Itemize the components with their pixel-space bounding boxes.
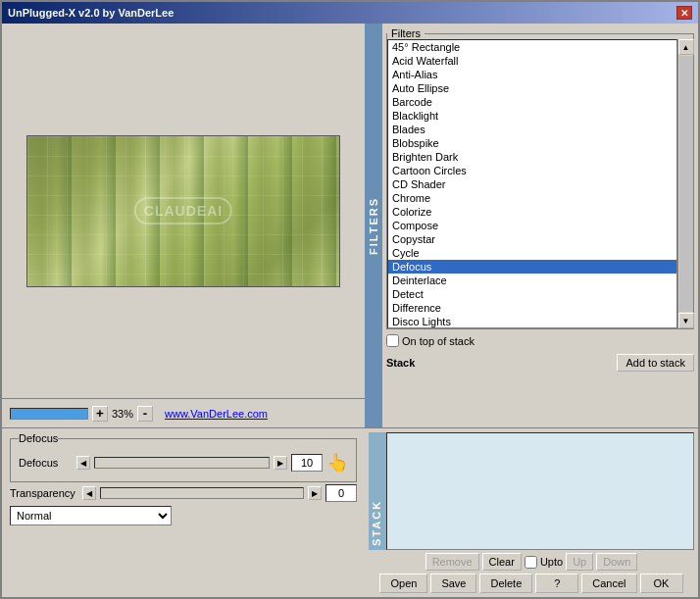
transparency-right-arrow[interactable]: ▶ <box>308 486 322 500</box>
defocus-group-legend: Defocus <box>19 432 58 444</box>
filter-item[interactable]: Difference <box>388 301 676 315</box>
cancel-button[interactable]: Cancel <box>581 574 636 593</box>
transparency-value[interactable]: 0 <box>325 484 357 502</box>
scroll-track <box>679 56 693 312</box>
close-button[interactable]: ✕ <box>676 6 692 20</box>
filter-item[interactable]: Acid Waterfall <box>388 54 676 68</box>
defocus-right-arrow[interactable]: ▶ <box>274 456 287 470</box>
transparency-left-arrow[interactable]: ◀ <box>82 486 96 500</box>
filter-item[interactable]: Copystar <box>388 232 676 246</box>
stack-label: Stack <box>386 357 415 369</box>
canvas-image: CLAUDEAI <box>26 135 340 287</box>
bottom-buttons-row: Open Save Delete ? Cancel OK <box>369 574 694 593</box>
scroll-down-button[interactable]: ▼ <box>678 313 694 328</box>
left-panel: CLAUDEAI + 33% - www.VanDerLee.com <box>2 24 365 427</box>
filter-item[interactable]: Detect <box>388 287 676 301</box>
ok-button[interactable]: OK <box>640 574 683 593</box>
on-top-checkbox[interactable] <box>386 334 399 347</box>
defocus-row: Defocus ◀ ▶ 10 👆 <box>19 452 348 474</box>
canvas-stripes <box>27 136 339 286</box>
scroll-up-button[interactable]: ▲ <box>678 39 694 55</box>
blend-mode-dropdown[interactable]: NormalDissolveMultiplyScreenOverlayDarke… <box>10 506 172 525</box>
zoom-slider[interactable] <box>10 408 88 420</box>
filters-list-container: 45° RectangleAcid WaterfallAnti-AliasAut… <box>387 39 693 328</box>
filter-item[interactable]: Colorize <box>388 205 676 219</box>
cursor-hand-icon: 👆 <box>326 452 348 474</box>
transparency-label: Transparency <box>10 487 78 499</box>
main-area: CLAUDEAI + 33% - www.VanDerLee.com FILTE… <box>2 24 698 427</box>
website-link[interactable]: www.VanDerLee.com <box>165 408 268 420</box>
zoom-percent: 33% <box>112 408 133 420</box>
right-panel: Filters 45° RectangleAcid WaterfallAnti-… <box>382 24 698 427</box>
clear-button[interactable]: Clear <box>482 553 522 571</box>
filter-item[interactable]: 45° Rectangle <box>388 40 676 54</box>
down-button[interactable]: Down <box>596 553 637 571</box>
zoom-plus-button[interactable]: + <box>92 406 108 422</box>
filter-item[interactable]: Cycle <box>388 246 676 260</box>
filter-item[interactable]: Blobspike <box>388 136 676 150</box>
filters-vertical-label: FILTERS <box>365 24 382 427</box>
stack-row: Stack Add to stack <box>386 352 694 374</box>
filter-item[interactable]: Barcode <box>388 95 676 109</box>
upto-checkbox[interactable] <box>525 556 537 569</box>
filter-item[interactable]: Blades <box>388 123 676 136</box>
stack-buttons-row: Remove Clear Upto Up Down <box>369 553 694 571</box>
stack-panel: STACK Remove Clear Upto Up Down Open Sav… <box>365 428 698 597</box>
remove-button[interactable]: Remove <box>425 553 479 571</box>
filter-item[interactable]: Cartoon Circles <box>388 164 676 177</box>
defocus-slider-track[interactable] <box>94 457 270 469</box>
zoom-minus-button[interactable]: - <box>137 406 153 422</box>
main-window: UnPlugged-X v2.0 by VanDerLee ✕ CLAUDEAI… <box>0 0 700 599</box>
filter-item[interactable]: Anti-Alias <box>388 68 676 81</box>
defocus-panel: Defocus Defocus ◀ ▶ 10 👆 Transparency ◀ … <box>2 428 365 597</box>
filters-legend: Filters <box>387 27 425 39</box>
filter-item[interactable]: Disco Lights <box>388 315 676 328</box>
delete-button[interactable]: Delete <box>479 574 532 593</box>
stack-vertical-label: STACK <box>369 432 386 550</box>
filter-item[interactable]: Defocus <box>388 260 676 274</box>
filters-list[interactable]: 45° RectangleAcid WaterfallAnti-AliasAut… <box>387 39 677 328</box>
filter-item[interactable]: Deinterlace <box>388 274 676 287</box>
filter-item[interactable]: Brighten Dark <box>388 150 676 164</box>
help-button[interactable]: ? <box>535 574 578 593</box>
add-to-stack-button[interactable]: Add to stack <box>617 354 694 372</box>
transparency-row: Transparency ◀ ▶ 0 <box>10 484 357 502</box>
defocus-value[interactable]: 10 <box>291 454 323 472</box>
filters-scrollbar: ▲ ▼ <box>677 39 693 328</box>
on-top-label: On top of stack <box>402 335 475 347</box>
on-top-checkbox-label: On top of stack <box>386 334 475 347</box>
up-button[interactable]: Up <box>566 553 593 571</box>
filter-item[interactable]: Auto Ellipse <box>388 81 676 95</box>
open-button[interactable]: Open <box>379 574 427 593</box>
toolbar-bar: + 33% - www.VanDerLee.com <box>2 398 365 427</box>
upto-label: Upto <box>540 556 563 568</box>
upto-checkbox-label: Upto <box>525 553 563 571</box>
blend-mode-row: NormalDissolveMultiplyScreenOverlayDarke… <box>10 506 357 525</box>
on-top-row: On top of stack <box>386 332 694 349</box>
filter-item[interactable]: Blacklight <box>388 109 676 123</box>
filter-item[interactable]: Compose <box>388 219 676 232</box>
filter-item[interactable]: CD Shader <box>388 177 676 191</box>
canvas-area: CLAUDEAI <box>2 24 365 398</box>
titlebar: UnPlugged-X v2.0 by VanDerLee ✕ <box>2 2 698 24</box>
transparency-slider-track[interactable] <box>100 487 304 499</box>
defocus-group: Defocus Defocus ◀ ▶ 10 👆 <box>10 432 357 482</box>
bottom-area: Defocus Defocus ◀ ▶ 10 👆 Transparency ◀ … <box>2 427 698 597</box>
defocus-param-label: Defocus <box>19 457 73 469</box>
stack-area: STACK <box>369 432 694 550</box>
save-button[interactable]: Save <box>430 574 476 593</box>
defocus-left-arrow[interactable]: ◀ <box>76 456 90 470</box>
window-title: UnPlugged-X v2.0 by VanDerLee <box>8 7 174 19</box>
filter-item[interactable]: Chrome <box>388 191 676 205</box>
stack-list <box>386 432 694 550</box>
filters-group: Filters 45° RectangleAcid WaterfallAnti-… <box>386 27 694 329</box>
